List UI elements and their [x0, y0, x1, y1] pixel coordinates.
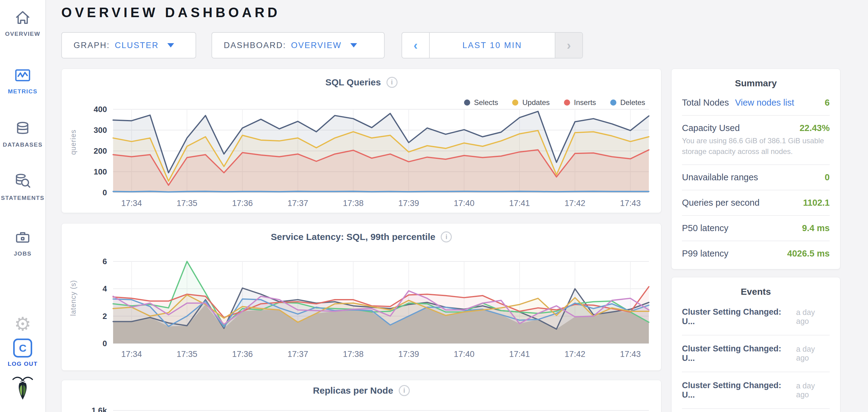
svg-text:0: 0 [103, 188, 107, 197]
chevron-down-icon [167, 43, 174, 47]
time-range-label: LAST 10 MIN [463, 41, 522, 50]
event-text: Cluster Setting Changed: U... [682, 307, 796, 326]
summary-title: Summary [682, 78, 830, 89]
svg-text:17:40: 17:40 [454, 349, 474, 359]
svg-text:17:39: 17:39 [398, 349, 419, 359]
summary-label: Unavailable ranges [682, 172, 758, 182]
sidebar-item-label: DATABASES [0, 141, 45, 148]
sidebar-item-metrics[interactable]: METRICS [0, 67, 45, 95]
time-range-picker: ‹ LAST 10 MIN › [402, 32, 583, 59]
events-list: Cluster Setting Changed: U...a day agoCl… [682, 299, 830, 412]
time-prev-button[interactable]: ‹ [402, 33, 429, 58]
svg-text:1.6k: 1.6k [91, 406, 107, 412]
chart-title: Replicas per Node [313, 385, 393, 396]
svg-text:17:38: 17:38 [343, 349, 364, 359]
time-range-button[interactable]: LAST 10 MIN [429, 33, 555, 58]
chart-title-row: SQL Queries i [62, 77, 661, 88]
summary-label: Total Nodes [682, 98, 729, 108]
summary-row: Total Nodes View nodes list 6 [682, 90, 830, 116]
svg-text:17:39: 17:39 [398, 199, 419, 208]
sidebar: OVERVIEW METRICS DATABASES [0, 0, 46, 412]
event-text: Cluster Setting Changed: U... [682, 381, 796, 400]
summary-label: Queries per second [682, 198, 760, 208]
sidebar-item-jobs[interactable]: JOBS [0, 229, 45, 257]
sql-queries-canvas: 010020030040017:3417:3517:3617:3717:3817… [67, 105, 656, 210]
sql-queries-plot: 010020030040017:3417:3517:3617:3717:3817… [67, 105, 656, 210]
service-latency-card: Service Latency: SQL, 99th percentile i … [61, 223, 661, 371]
event-time: a day ago [796, 345, 830, 363]
replicas-per-node-plot: 1.6k [67, 406, 656, 412]
summary-row: P99 latency 4026.5 ms [682, 241, 830, 266]
summary-label: P99 latency [682, 248, 728, 259]
summary-label: Capacity Used [682, 123, 740, 133]
dashboard-dropdown-label: DASHBOARD: [224, 41, 286, 50]
event-text: Cluster Setting Changed: U... [682, 344, 796, 363]
svg-text:17:42: 17:42 [564, 349, 585, 359]
service-latency-canvas: 024617:3417:3517:3617:3717:3817:3917:401… [67, 257, 656, 361]
sidebar-item-statements[interactable]: STATEMENTS [0, 172, 45, 201]
home-icon [14, 22, 31, 27]
view-nodes-link[interactable]: View nodes list [735, 98, 794, 108]
svg-text:17:35: 17:35 [177, 199, 197, 208]
info-icon[interactable]: i [441, 231, 452, 242]
summary-value: 22.43% [800, 123, 830, 133]
summary-row: P50 latency 9.4 ms [682, 216, 830, 241]
svg-text:400: 400 [94, 105, 107, 114]
graph-dropdown-value: CLUSTER [115, 41, 159, 50]
chart-title: Service Latency: SQL, 99th percentile [271, 232, 436, 242]
replicas-per-node-canvas: 1.6k [67, 406, 656, 412]
metrics-icon [14, 79, 31, 85]
svg-text:17:40: 17:40 [454, 199, 474, 208]
svg-text:17:36: 17:36 [232, 349, 253, 359]
svg-text:0: 0 [103, 339, 107, 348]
chevron-down-icon [350, 43, 357, 47]
logout-button[interactable]: C LOG OUT [0, 339, 45, 367]
time-next-button[interactable]: › [555, 33, 582, 58]
legend-dot [512, 100, 518, 106]
statements-icon [13, 186, 32, 191]
summary-panel: Summary Total Nodes View nodes list 6 Ca… [671, 69, 840, 269]
legend-dot [564, 100, 570, 106]
summary-value: 9.4 ms [802, 223, 830, 233]
chart-title-row: Service Latency: SQL, 99th percentile i [62, 231, 661, 242]
svg-text:17:35: 17:35 [177, 349, 197, 359]
info-icon[interactable]: i [386, 77, 398, 88]
summary-row: Capacity Used 22.43% You are using 86.6 … [682, 116, 830, 165]
events-title: Events [682, 286, 830, 297]
gear-icon: ⚙ [14, 313, 31, 335]
svg-text:17:38: 17:38 [343, 199, 364, 208]
summary-value: 1102.1 [803, 198, 830, 208]
dashboard-dropdown-value: OVERVIEW [291, 41, 342, 50]
sidebar-item-databases[interactable]: DATABASES [0, 120, 45, 148]
svg-text:2: 2 [103, 312, 107, 321]
event-time: a day ago [796, 381, 830, 399]
svg-text:4: 4 [103, 284, 107, 293]
legend-dot [610, 100, 616, 106]
event-row: Cluster Setting Changed: U...a day ago [682, 336, 830, 372]
summary-value: 6 [825, 98, 830, 108]
chevron-right-icon: › [567, 39, 571, 53]
settings-button[interactable]: ⚙ [0, 315, 45, 334]
graph-dropdown-label: GRAPH: [73, 41, 110, 50]
page-title: OVERVIEW DASHBOARD [61, 5, 280, 20]
event-row: Cluster Setting Changed: U...a day ago [682, 299, 830, 336]
summary-value: 4026.5 ms [787, 248, 830, 259]
svg-text:17:34: 17:34 [121, 349, 142, 359]
svg-text:17:41: 17:41 [509, 349, 530, 359]
svg-text:17:37: 17:37 [287, 349, 308, 359]
event-row: Cluster Setting Changed: U...a day ago [682, 372, 830, 409]
info-icon[interactable]: i [399, 385, 410, 396]
admin-ui: OVERVIEW METRICS DATABASES [0, 0, 868, 412]
legend-dot [464, 100, 470, 106]
graph-dropdown[interactable]: GRAPH: CLUSTER [61, 32, 196, 59]
replicas-per-node-card: Replicas per Node i 1.6k [61, 380, 661, 412]
svg-text:300: 300 [94, 126, 107, 135]
sidebar-item-label: OVERVIEW [0, 31, 45, 37]
chart-title-row: Replicas per Node i [62, 385, 661, 396]
service-latency-plot: 024617:3417:3517:3617:3717:3817:3917:401… [67, 257, 656, 361]
sidebar-item-label: METRICS [0, 88, 45, 95]
svg-text:6: 6 [103, 257, 107, 266]
sidebar-item-overview[interactable]: OVERVIEW [0, 9, 45, 37]
dashboard-dropdown[interactable]: DASHBOARD: OVERVIEW [212, 32, 385, 59]
cockroach-logo[interactable] [0, 375, 45, 403]
